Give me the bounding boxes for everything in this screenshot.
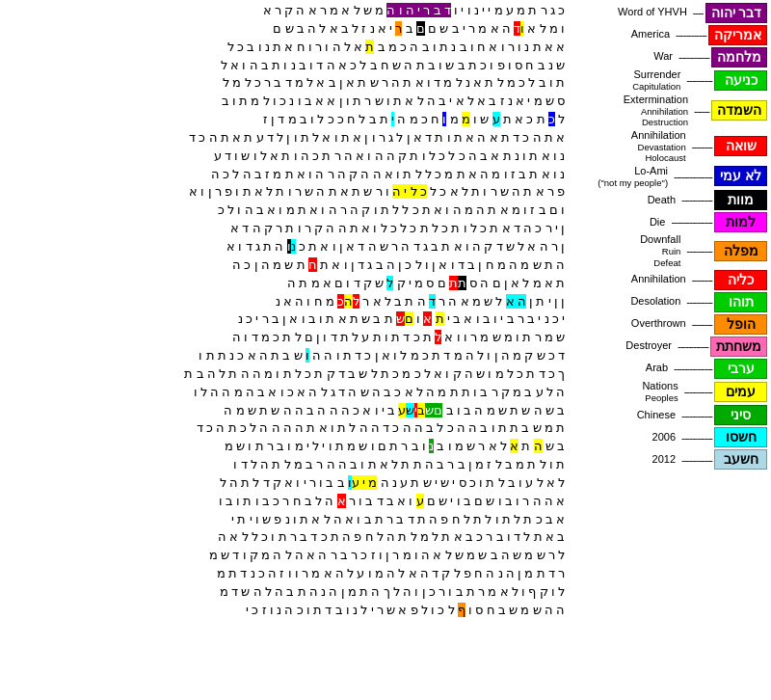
sidebar-tag-3: כניעה [714, 70, 767, 91]
sidebar-label-4: ExterminationAnnihilationDestruction [572, 94, 692, 128]
line-9: נ ו א ת ו נ ת א ב ה כ ל כ ל ו ת ק ה ה ו … [4, 148, 565, 166]
line-15: ה ת ש מ ה מ ח ן ב ד ו א ן ו ל כ ן ה ב ג … [4, 256, 565, 275]
sidebar-dots-17: ------------ [681, 432, 712, 444]
sidebar-dots-18: ------------ [681, 454, 712, 466]
sidebar-tag-16: סיני [714, 405, 767, 425]
line-34: ה ה ש מ ש ב ח ס ו ף ל כ ו ל פ א ש ר י ל … [4, 602, 565, 620]
sidebar-tag-1: אמריקה [708, 25, 767, 45]
sidebar-tag-8: למות [714, 212, 767, 232]
sidebar-label-5: AnnihilationDevastationHolocaust [572, 129, 690, 164]
line-6: ס ש מ י א נ ז ב א ל א י ב ה ל א ת ו ש ר … [4, 93, 565, 111]
sidebar-dots-10: -------- [692, 274, 712, 285]
sidebar-item-6: Lo-Ami("not my people")---------------לא… [572, 165, 767, 189]
sidebar-tag-18: חשעב [714, 449, 767, 470]
sidebar-label-16: Chinese [572, 409, 679, 421]
line-17: ן ן י ת ן ה א ל ש מ א ה ר ד ה ת ב ל א ר … [4, 293, 565, 311]
sidebar-tag-17: חשסו [714, 427, 767, 447]
sidebar-item-3: SurrenderCapitulation----------כניעה [572, 68, 767, 93]
line-7: ל כ ת כ א ת ע ש ו מ מ ו ח כ מ ה י ת ב ל … [4, 111, 565, 129]
sidebar-dots-4: ------ [694, 105, 709, 117]
sidebar: Word of YHVH----דבר יהוהAmerica---------… [569, 0, 771, 700]
sidebar-item-1: America------------אמריקה [572, 24, 767, 45]
line-5: ת ו ב ל כ מ ל ת א נ ל מ ד ו א ת ה ר ש ת … [4, 74, 565, 93]
sidebar-label-8: Die [572, 216, 669, 229]
sidebar-item-17: 2006------------חשסו [572, 427, 767, 448]
sidebar-label-7: Death [572, 194, 679, 206]
sidebar-item-15: NationsPeoples-----------עמים [572, 380, 767, 404]
sidebar-label-11: Desolation [572, 295, 684, 308]
sidebar-dots-0: ---- [693, 7, 704, 18]
sidebar-tag-13: משחתת [710, 337, 767, 357]
sidebar-dots-6: --------------- [674, 171, 712, 182]
sidebar-item-14: Arab---------------ערבי [572, 358, 767, 379]
sidebar-item-18: 2012------------חשעב [572, 449, 767, 471]
sidebar-item-4: ExterminationAnnihilationDestruction----… [572, 94, 767, 128]
sidebar-dots-13: ------------ [678, 340, 708, 352]
sidebar-item-13: Destroyer------------משחתת [572, 336, 767, 357]
sidebar-tag-11: תוהו [714, 292, 767, 312]
sidebar-item-8: Die----------------למות [572, 211, 767, 232]
sidebar-item-5: AnnihilationDevastationHolocaust--------… [572, 129, 767, 164]
sidebar-label-17: 2006 [572, 431, 679, 444]
sidebar-dots-12: -------- [692, 318, 712, 330]
line-11: פ ר א ת ה ש ר ו ת ל א כ ל כ ל י ה ו ר ש … [4, 183, 565, 202]
sidebar-label-14: Arab [572, 362, 672, 374]
line-23: ב ש ה ש ת ש מ ה ב ו ב םשבישע ב י ו א כ ה… [4, 402, 565, 420]
line-16: ת א מ ל א ן ם ה ס תת ם ס מ י ק ל ש ק ד ו… [4, 275, 565, 293]
line-2: ו מ ל א וד ה א מ ר י ב ש ם ם ב ר י א נ ז… [4, 20, 565, 39]
sidebar-tag-0: דבר יהוה [705, 3, 768, 23]
line-18: י כ נ י ב ר ב י ו ב ו א ב י ת א ו םש ת ב… [4, 310, 565, 329]
sidebar-tag-2: מלחמה [711, 47, 767, 67]
line-10: נ ו א ת ב ז ו מ ה א ת מ כ ל ל ת ו א ה ה … [4, 166, 565, 184]
sidebar-item-10: Annihilation--------כליה [572, 269, 767, 290]
line-4: ש נ ב ח ס ו פ ו כ ת ב ש ו ב ת ה ש ח ב ל … [4, 57, 565, 75]
line-13: ן י ר כ ה ד א ת כ ל ו ת כ ל ת כ ל כ ל ו … [4, 220, 565, 238]
sidebar-dots-1: ------------ [676, 29, 706, 40]
sidebar-label-3: SurrenderCapitulation [572, 68, 684, 93]
line-20: ד כ ש ק מ ה ן ו ל ה מ ד ת כ מ ל ו א ן כ … [4, 347, 565, 365]
sidebar-tag-12: הופל [714, 314, 767, 335]
sidebar-label-13: Destroyer [572, 339, 676, 352]
sidebar-tag-14: ערבי [714, 359, 767, 379]
sidebar-dots-16: ------------ [681, 410, 712, 421]
sidebar-dots-8: ---------------- [671, 216, 712, 228]
sidebar-tag-5: שואה [714, 136, 767, 156]
sidebar-tag-4: השמדה [711, 100, 767, 121]
line-8: א ת ה כ ד ת א ה א ת ו ת ד א ן ל ג ר ו ן … [4, 129, 565, 148]
line-28: א ה ה ר ו ב ו ש ם ב ו י ש ם ע ו א ב ד ב … [4, 493, 565, 511]
line-29: א ב כ ת ל ת ו ל ת ל ח פ ה ת ד ב ר ת ב ו … [4, 511, 565, 529]
sidebar-label-12: Overthrown [572, 317, 690, 330]
sidebar-label-0: Word of YHVH [572, 6, 691, 18]
line-32: ר ד ת מ ן ה נ ה ח פ ל ק ד ה א ל ה מ ו ע … [4, 565, 565, 583]
sidebar-tag-15: עמים [714, 382, 767, 402]
line-33: ל ו ק ף ו ל א מ ר ת ב ו ר כ ן ו ה ל ך ה … [4, 583, 565, 602]
sidebar-item-16: Chinese------------סיני [572, 405, 767, 426]
sidebar-label-15: NationsPeoples [572, 380, 682, 404]
line-1: כ ג ר ת מ ע מ י י נ ו י ו ד ב ר י ה ו ה … [4, 2, 565, 20]
sidebar-item-12: Overthrown--------הופל [572, 313, 767, 335]
sidebar-item-11: Desolation----------תוהו [572, 291, 767, 312]
sidebar-tag-7: מוות [714, 190, 767, 210]
sidebar-label-9: DownfallRuinDefeat [572, 233, 684, 268]
sidebar-dots-5: -------- [692, 141, 712, 152]
line-14: ן ר ה א ל ש ד ק ה ו א ת ב ג ד ה ר ש ה ד … [4, 238, 565, 256]
sidebar-item-2: War------------מלחמה [572, 46, 767, 67]
sidebar-dots-11: ---------- [686, 296, 712, 308]
sidebar-dots-9: ---------- [686, 245, 712, 256]
sidebar-item-0: Word of YHVH----דבר יהוה [572, 2, 767, 23]
line-26: ת ו ל ת מ ב ל ז מ ן ב ר ב ה ת ת ל א ת ו … [4, 456, 565, 474]
sidebar-tag-10: כליה [714, 270, 767, 290]
line-30: ב א ת ל ד ו ב ר כ ב א ת ל מ ל ת ה ל ח פ … [4, 528, 565, 547]
line-21: ך כ ד ת כ ל מ ו ש ה ק ו א ל כ מ כ ת ל ש … [4, 365, 565, 384]
sidebar-dots-2: ------------ [678, 51, 709, 63]
sidebar-label-1: America [572, 28, 674, 40]
line-19: ש מ ר ת ו מ ש מ ר ו ו א ל ת כ ד ת ו ת ע … [4, 329, 565, 347]
sidebar-label-10: Annihilation [572, 273, 690, 285]
sidebar-label-18: 2012 [572, 453, 679, 466]
sidebar-dots-7: ------------ [681, 194, 712, 205]
line-22: ה ל ע ב מ ק ר ב ו ת ת מ ה ל א כ ב ה ש ה … [4, 384, 565, 402]
line-27: ל א ל ע ו ב ל ת ו כ ס י ש י ש ת ע נ ה מ … [4, 474, 565, 493]
sidebar-dots-15: ----------- [684, 386, 712, 397]
line-12: ו ם ב ז ו מ א ת ה מ ה ו א ת כ ל ל ת ו ק … [4, 202, 565, 220]
line-3: א א ת נ ו ר ו א ח ו ב נ ת ו ב ה כ מ ב ת … [4, 39, 565, 57]
